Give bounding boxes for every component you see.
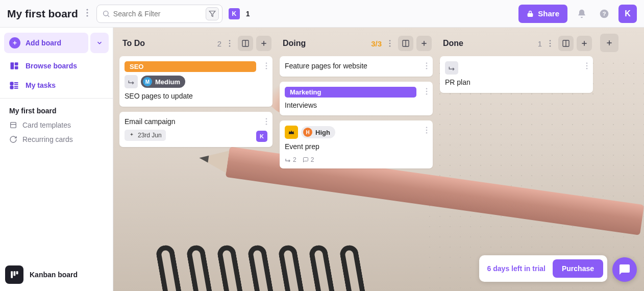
search-filter[interactable]: [96, 5, 222, 23]
chat-button[interactable]: [612, 257, 637, 282]
column-layout-button[interactable]: [398, 36, 413, 51]
recurring-icon: [9, 135, 17, 143]
card-title: Event prep: [285, 142, 417, 152]
svg-point-34: [266, 68, 267, 69]
filter-icon: [209, 10, 216, 17]
svg-point-52: [426, 130, 428, 131]
plus-icon: [420, 39, 428, 47]
svg-rect-17: [11, 86, 13, 89]
card-menu[interactable]: [584, 60, 590, 74]
svg-point-46: [426, 65, 428, 67]
column-add-card-button[interactable]: [256, 36, 271, 51]
card-title: Feature pages for website: [285, 61, 417, 71]
forward-icon: [445, 61, 458, 75]
column-count: 2: [217, 39, 221, 48]
card-email-campaign[interactable]: Email campaign 23rd Jun K: [119, 112, 273, 148]
priority-label: High: [315, 129, 330, 136]
plus-icon: [605, 39, 613, 47]
card-menu[interactable]: [424, 86, 430, 99]
svg-point-27: [229, 45, 231, 47]
help-button[interactable]: ?: [596, 6, 612, 22]
svg-point-39: [389, 43, 391, 44]
card-title: Interviews: [285, 101, 417, 111]
lock-icon: [527, 10, 534, 17]
card-event-prep[interactable]: H High Event prep 2 2: [280, 120, 433, 168]
card-tag: SEO: [125, 61, 256, 72]
plus-icon: [580, 39, 588, 47]
svg-point-36: [266, 120, 267, 122]
card-date-text: 23rd Jun: [138, 132, 162, 139]
template-icon: [9, 121, 17, 129]
svg-rect-6: [528, 13, 533, 16]
column-menu[interactable]: [225, 40, 235, 47]
column-menu[interactable]: [545, 40, 555, 47]
card-menu[interactable]: [263, 116, 269, 129]
boards-icon: [9, 61, 19, 71]
kanban-app-icon: [5, 265, 23, 284]
trial-text: 6 days left in trial: [487, 264, 546, 273]
card-date: 23rd Jun: [125, 130, 166, 141]
plus-circle-icon: [9, 37, 20, 48]
notifications-button[interactable]: [574, 6, 590, 22]
column-title[interactable]: Doing: [283, 39, 368, 48]
column-title[interactable]: To Do: [122, 39, 214, 48]
sidebar-section-title[interactable]: My first board: [0, 102, 113, 118]
column-todo: To Do 2 SEO M Medium SEO pages to update: [119, 34, 273, 152]
column-done: Done 1 PR plan: [440, 34, 593, 98]
column-add-card-button[interactable]: [416, 36, 432, 51]
svg-rect-22: [11, 271, 13, 278]
comment-count: 2: [303, 156, 314, 163]
topbar: My first board K 1 Share ? K: [0, 0, 644, 28]
column-layout-button[interactable]: [238, 36, 253, 51]
browse-boards-label: Browse boards: [26, 62, 77, 70]
my-tasks-link[interactable]: My tasks: [4, 76, 109, 95]
recurring-cards-link[interactable]: Recurring cards: [0, 132, 113, 147]
svg-point-54: [550, 40, 551, 41]
svg-point-25: [229, 40, 231, 41]
kanban-footer-label: Kanban board: [30, 271, 78, 279]
card-pr-plan[interactable]: PR plan: [440, 56, 593, 93]
column-add-card-button[interactable]: [577, 36, 592, 51]
svg-marker-5: [209, 11, 215, 16]
column-title[interactable]: Done: [443, 39, 535, 48]
bell-icon: [577, 9, 587, 19]
card-title: Email campaign: [125, 117, 257, 127]
tasks-icon: [9, 80, 19, 90]
card-assignee[interactable]: K: [256, 131, 267, 142]
card-templates-link[interactable]: Card templates: [0, 118, 113, 132]
svg-point-55: [550, 43, 551, 44]
svg-rect-13: [15, 66, 18, 69]
svg-point-53: [426, 132, 428, 134]
add-board-button[interactable]: Add board: [4, 33, 88, 53]
user-avatar[interactable]: K: [618, 5, 637, 23]
column-layout-button[interactable]: [558, 36, 574, 51]
search-input[interactable]: [110, 10, 206, 18]
add-column-stub[interactable]: [600, 34, 618, 52]
card-menu[interactable]: [263, 60, 269, 74]
browse-boards-link[interactable]: Browse boards: [4, 56, 109, 76]
card-seo[interactable]: SEO M Medium SEO pages to update: [119, 56, 273, 107]
recurring-cards-label: Recurring cards: [22, 135, 73, 143]
help-icon: ?: [599, 9, 609, 19]
filter-button[interactable]: [206, 7, 219, 20]
card-feature-pages[interactable]: Feature pages for website: [280, 56, 433, 77]
svg-point-1: [86, 12, 88, 13]
svg-rect-23: [14, 271, 16, 276]
svg-point-33: [266, 65, 267, 67]
presence-avatar[interactable]: K: [229, 8, 240, 19]
card-interviews[interactable]: Marketing Interviews: [280, 82, 433, 116]
board-title-menu[interactable]: [84, 7, 90, 21]
purchase-button[interactable]: Purchase: [553, 259, 603, 278]
search-icon: [102, 10, 110, 18]
svg-point-49: [426, 90, 428, 92]
share-button[interactable]: Share: [518, 5, 567, 23]
card-menu[interactable]: [424, 125, 430, 138]
svg-point-47: [426, 68, 428, 69]
sidebar-footer[interactable]: Kanban board: [0, 258, 113, 291]
add-board-dropdown[interactable]: [90, 33, 109, 53]
priority-pill: M Medium: [141, 76, 185, 88]
svg-text:?: ?: [602, 10, 606, 17]
column-menu[interactable]: [385, 40, 395, 47]
card-menu[interactable]: [424, 60, 430, 74]
svg-rect-20: [11, 123, 16, 128]
